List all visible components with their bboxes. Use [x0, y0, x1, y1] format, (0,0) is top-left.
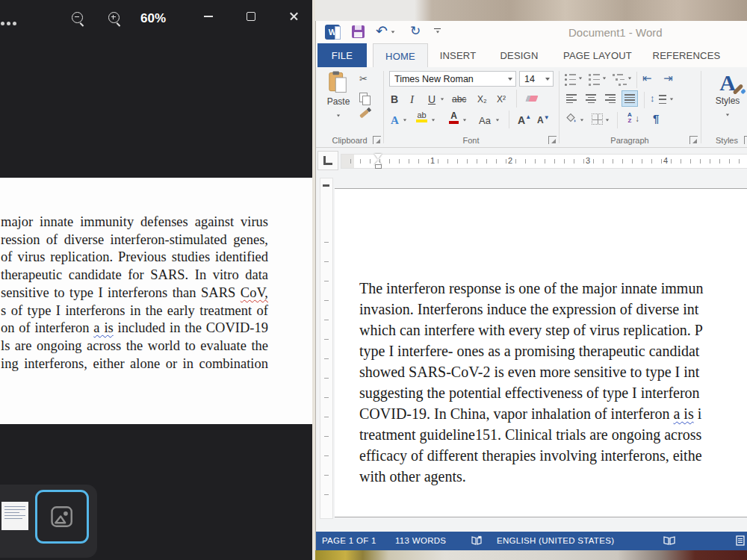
- borders-dropdown-icon[interactable]: [606, 119, 609, 122]
- text-effects-button[interactable]: A: [391, 112, 399, 128]
- proofing-errors-icon[interactable]: [471, 535, 483, 548]
- save-button[interactable]: [352, 25, 365, 38]
- underline-button[interactable]: U: [428, 91, 436, 108]
- tab-file[interactable]: FILE: [317, 43, 367, 67]
- bullets-button[interactable]: [565, 73, 576, 86]
- paste-button[interactable]: Paste: [322, 70, 355, 125]
- numbering-button[interactable]: [589, 73, 600, 86]
- numbering-dropdown-icon[interactable]: [603, 78, 606, 80]
- zoom-out-button[interactable]: [72, 12, 83, 23]
- qat-customize-button[interactable]: [434, 28, 441, 34]
- superscript-button[interactable]: X²: [497, 91, 506, 108]
- more-options-icon[interactable]: [1, 15, 19, 28]
- maximize-button[interactable]: [238, 7, 264, 26]
- horizontal-ruler[interactable]: 1 2 3 4: [341, 154, 747, 169]
- tab-stop-selector[interactable]: [317, 151, 338, 170]
- word-app-icon[interactable]: W: [325, 25, 340, 40]
- tab-insert[interactable]: INSERT: [428, 43, 488, 67]
- change-case-dropdown-icon[interactable]: [496, 119, 499, 122]
- zoom-in-button[interactable]: [108, 12, 120, 23]
- cut-button[interactable]: ✂: [359, 73, 368, 84]
- styles-dialog-launcher[interactable]: [744, 136, 747, 144]
- justify-button[interactable]: [622, 90, 638, 107]
- change-case-button[interactable]: Aa: [479, 112, 491, 128]
- align-left-button[interactable]: [566, 94, 577, 103]
- subscript-button[interactable]: X₂: [477, 91, 487, 108]
- filmstrip-thumbnail-document[interactable]: [1, 502, 28, 530]
- decrease-indent-button[interactable]: ⇤: [642, 72, 652, 85]
- font-family-combo[interactable]: Times New Roman: [389, 71, 516, 87]
- strikethrough-button[interactable]: abc: [452, 91, 466, 108]
- shading-dropdown-icon[interactable]: [580, 119, 583, 122]
- left-indent-marker[interactable]: [376, 165, 381, 168]
- spellcheck-word: CoV,: [241, 285, 268, 300]
- margin-boundary-marker[interactable]: [323, 184, 329, 187]
- align-center-button[interactable]: [586, 94, 596, 103]
- redo-button[interactable]: ↻: [410, 25, 421, 37]
- line-spacing-dropdown-icon[interactable]: [670, 99, 673, 101]
- font-size-combo[interactable]: 14: [519, 71, 554, 87]
- picture-icon: [49, 503, 75, 530]
- line-spacing-button[interactable]: ↕: [650, 93, 655, 104]
- sort-button[interactable]: A Z: [627, 112, 632, 124]
- multilevel-list-button[interactable]: [613, 73, 627, 86]
- photo-line: sensitive to type I interferons than SAR…: [1, 284, 268, 302]
- tab-page-layout[interactable]: PAGE LAYOUT: [557, 43, 639, 67]
- status-page-count[interactable]: PAGE 1 OF 1: [322, 536, 376, 545]
- font-dialog-launcher[interactable]: [548, 136, 557, 144]
- minimize-button[interactable]: [196, 7, 221, 26]
- tab-home[interactable]: HOME: [373, 43, 428, 68]
- font-color-button[interactable]: A: [449, 111, 459, 124]
- borders-button[interactable]: [592, 113, 603, 125]
- line-spacing-bars: [659, 95, 666, 104]
- print-layout-button[interactable]: [734, 535, 746, 548]
- highlight-button[interactable]: ab: [416, 111, 427, 122]
- italic-button[interactable]: I: [410, 91, 414, 108]
- vertical-ruler[interactable]: [320, 178, 333, 519]
- align-right-button[interactable]: [605, 94, 616, 103]
- minimize-icon: [204, 16, 213, 17]
- tab-mailings[interactable]: MAILINGS: [739, 43, 747, 67]
- clear-formatting-button[interactable]: [526, 96, 539, 102]
- photo-line: s of type I interferons in the early tre…: [1, 302, 268, 320]
- text-effects-dropdown-icon[interactable]: [403, 119, 406, 122]
- format-painter-button[interactable]: [359, 109, 369, 118]
- photo-line: of virus replication. Previous studies i…: [1, 249, 268, 267]
- styles-button[interactable]: A Styles: [711, 70, 744, 131]
- first-line-indent-marker[interactable]: [374, 154, 382, 159]
- undo-dropdown-icon[interactable]: [391, 31, 395, 33]
- underline-dropdown-icon[interactable]: [441, 99, 444, 101]
- bold-button[interactable]: B: [391, 91, 398, 108]
- photo-image: major innate immunity defenses against v…: [0, 178, 312, 424]
- status-language[interactable]: ENGLISH (UNITED STATES): [497, 536, 614, 545]
- tab-references[interactable]: REFERENCES: [648, 43, 725, 67]
- window-title: Document1 - Word: [568, 26, 663, 39]
- show-hide-pilcrow-button[interactable]: ¶: [653, 112, 659, 125]
- undo-button[interactable]: ↶: [376, 24, 388, 38]
- grow-font-button[interactable]: A ▲: [518, 112, 531, 128]
- highlight-dropdown-icon[interactable]: [432, 119, 435, 122]
- status-word-count[interactable]: 113 WORDS: [395, 536, 446, 545]
- grow-font-arrow: ▲: [525, 113, 531, 120]
- read-mode-button[interactable]: [663, 535, 676, 548]
- font-color-dropdown-icon[interactable]: [463, 119, 466, 122]
- shrink-font-button[interactable]: A ▼: [537, 112, 550, 128]
- tab-design[interactable]: DESIGN: [489, 43, 549, 67]
- increase-indent-button[interactable]: ⇥: [663, 72, 673, 85]
- photo-document-text: major innate immunity defenses against v…: [1, 214, 268, 373]
- group-label-paragraph: Paragraph: [559, 136, 701, 145]
- shading-button[interactable]: [565, 113, 577, 128]
- filmstrip-thumbnail-selected[interactable]: [35, 490, 89, 544]
- group-label-styles: Styles: [701, 136, 747, 145]
- zoom-level[interactable]: 60%: [140, 11, 166, 26]
- clipboard-dialog-launcher[interactable]: [373, 136, 381, 144]
- grammar-word: a is: [673, 405, 693, 422]
- close-button[interactable]: [281, 7, 306, 26]
- paragraph-dialog-launcher[interactable]: [689, 136, 698, 144]
- multilevel-dropdown-icon[interactable]: [628, 78, 631, 80]
- document-text[interactable]: The interferon response is one of the ma…: [359, 278, 747, 487]
- ruler-number: 1: [429, 156, 436, 165]
- bullets-dropdown-icon[interactable]: [579, 78, 582, 80]
- group-clipboard: Paste ✂ Clipboard: [316, 67, 383, 147]
- copy-button[interactable]: [359, 93, 368, 102]
